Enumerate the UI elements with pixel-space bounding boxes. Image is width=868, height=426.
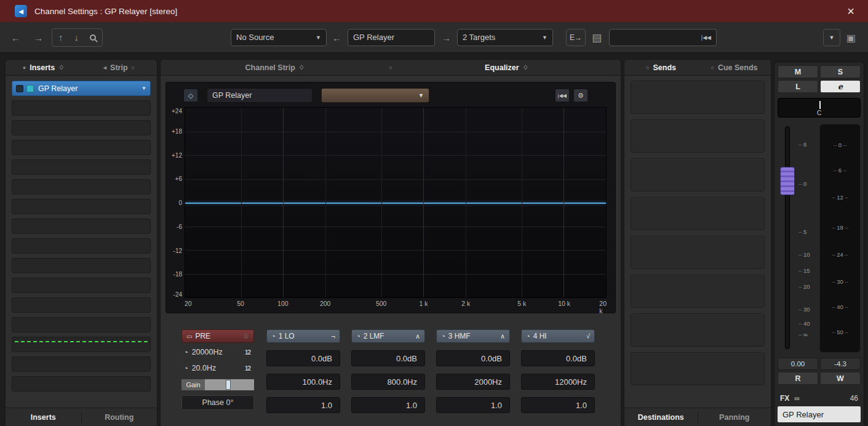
- eq-preset-combo[interactable]: ▼: [321, 88, 429, 103]
- band-power-icon[interactable]: ◔: [441, 332, 445, 340]
- bottom-tab-routing[interactable]: Routing: [82, 413, 157, 422]
- high-cut-power-icon[interactable]: ◔: [184, 348, 188, 356]
- high-cut-row[interactable]: ◔ 20000Hz 12: [181, 345, 254, 359]
- low-cut-frequency[interactable]: 20.0Hz: [192, 364, 217, 372]
- fader-level-value[interactable]: 0.00: [778, 358, 818, 370]
- phase-button[interactable]: Phase 0°: [181, 395, 254, 410]
- eq-curve-display[interactable]: [185, 107, 607, 298]
- insert-slot[interactable]: [12, 278, 151, 293]
- insert-slot[interactable]: [12, 140, 151, 155]
- tab-inserts[interactable]: Inserts: [30, 63, 55, 72]
- send-slot[interactable]: [631, 158, 765, 191]
- filter-type-icon[interactable]: ∧: [500, 332, 505, 340]
- insert-slot[interactable]: [12, 317, 151, 332]
- insert-slot[interactable]: [12, 337, 151, 352]
- send-slot[interactable]: [631, 275, 765, 308]
- insert-slot[interactable]: GP Relayer▼: [12, 81, 151, 96]
- link-icon[interactable]: ∞: [794, 394, 800, 403]
- insert-slot[interactable]: [12, 179, 151, 195]
- insert-slot[interactable]: [12, 238, 151, 254]
- tab-cue-sends[interactable]: Cue Sends: [718, 63, 758, 72]
- band-frequency-field[interactable]: 12000Hz: [521, 374, 595, 390]
- solo-button[interactable]: S: [820, 65, 861, 78]
- write-automation-button[interactable]: W: [820, 372, 861, 385]
- insert-bypass-icon[interactable]: [16, 85, 23, 92]
- band-gain-field[interactable]: 0.0dB: [521, 350, 595, 366]
- insert-slot[interactable]: [12, 159, 151, 175]
- preset-browser-field[interactable]: |◀◀: [609, 29, 717, 46]
- output-targets-select[interactable]: 2 Targets ▼: [457, 29, 553, 46]
- pre-section-header[interactable]: ▭ PRE ♢: [181, 329, 254, 343]
- bottom-tab-panning[interactable]: Panning: [698, 413, 771, 422]
- insert-slot[interactable]: [12, 120, 151, 135]
- pre-gain-slider[interactable]: [205, 379, 254, 390]
- filter-type-icon[interactable]: ¬: [332, 332, 335, 340]
- eq-band-4-header[interactable]: ◔ 4 HI √: [521, 329, 595, 343]
- band-frequency-field[interactable]: 2000Hz: [436, 374, 510, 390]
- bottom-tab-destinations[interactable]: Destinations: [624, 413, 698, 422]
- setup-window-icon[interactable]: ▣: [846, 31, 856, 43]
- eq-band-1-header[interactable]: ◔ 1 LO ¬: [266, 329, 340, 343]
- channel-select-icon[interactable]: ▤: [592, 31, 602, 44]
- eq-zero-db-curve[interactable]: [185, 203, 606, 204]
- preset-diamond-icon[interactable]: ♢: [299, 64, 305, 71]
- high-cut-frequency[interactable]: 20000Hz: [192, 348, 223, 356]
- band-frequency-field[interactable]: 100.0Hz: [266, 374, 340, 390]
- channel-down-button[interactable]: ↓: [71, 32, 83, 42]
- low-cut-row[interactable]: ◔ 20.0Hz 12: [181, 361, 254, 375]
- insert-slot[interactable]: [12, 356, 151, 372]
- mute-button[interactable]: M: [778, 65, 818, 78]
- nav-back-button[interactable]: ←: [7, 32, 24, 42]
- pre-gain-handle[interactable]: [226, 380, 231, 390]
- compare-settings-icon[interactable]: ◇: [183, 89, 198, 102]
- filter-type-icon[interactable]: ∧: [415, 332, 420, 340]
- peak-level-value[interactable]: -4.3: [820, 358, 861, 370]
- send-slot[interactable]: [631, 352, 765, 385]
- send-slot[interactable]: [631, 236, 765, 269]
- band-power-icon[interactable]: ◔: [271, 332, 276, 340]
- channel-name-field[interactable]: GP Relayer: [778, 406, 861, 422]
- eq-band-2-header[interactable]: ◔ 2 LMF ∧: [351, 329, 425, 343]
- gear-icon[interactable]: ⚙: [573, 89, 588, 102]
- low-cut-power-icon[interactable]: ◔: [184, 364, 188, 372]
- pre-preset-icon[interactable]: ♢: [243, 332, 249, 340]
- channel-up-button[interactable]: ↑: [55, 32, 67, 42]
- pre-bypass-icon[interactable]: ▭: [186, 333, 192, 340]
- channel-name-input[interactable]: GP Relayer: [348, 29, 435, 46]
- insert-slot[interactable]: [12, 199, 151, 214]
- pan-control[interactable]: C: [778, 98, 861, 118]
- band-gain-field[interactable]: 0.0dB: [266, 350, 340, 366]
- send-slot[interactable]: [631, 119, 765, 153]
- preset-diamond-icon[interactable]: ♢: [523, 64, 528, 71]
- band-power-icon[interactable]: ◔: [526, 332, 530, 340]
- bottom-tab-inserts[interactable]: Inserts: [6, 413, 81, 422]
- insert-slot[interactable]: [12, 258, 151, 273]
- insert-slot[interactable]: [12, 100, 151, 116]
- band-q-field[interactable]: 1.0: [351, 397, 425, 413]
- band-gain-field[interactable]: 0.0dB: [436, 350, 510, 366]
- send-slot[interactable]: [631, 197, 765, 230]
- nav-forward-button[interactable]: →: [30, 32, 47, 42]
- input-source-select[interactable]: No Source ▼: [231, 29, 327, 46]
- listen-button[interactable]: L: [778, 80, 818, 93]
- filter-type-icon[interactable]: √: [586, 332, 590, 340]
- high-cut-slope[interactable]: 12: [245, 349, 250, 356]
- tab-equalizer[interactable]: Equalizer: [485, 63, 519, 72]
- copy-settings-button[interactable]: E→: [566, 29, 586, 46]
- fader-handle[interactable]: [780, 167, 795, 195]
- eq-band-3-header[interactable]: ◔ 3 HMF ∧: [436, 329, 510, 343]
- band-gain-field[interactable]: 0.0dB: [351, 350, 425, 366]
- band-q-field[interactable]: 1.0: [266, 397, 340, 413]
- go-to-target-button[interactable]: →: [442, 32, 451, 42]
- insert-edit-icon[interactable]: [26, 85, 34, 92]
- go-to-start-icon[interactable]: |◀◀: [701, 34, 711, 41]
- functions-menu-button[interactable]: ▼: [823, 29, 840, 46]
- eq-preset-name-field[interactable]: GP Relayer: [207, 88, 313, 103]
- tab-sends[interactable]: Sends: [653, 63, 676, 72]
- insert-slot[interactable]: [12, 376, 151, 392]
- send-slot[interactable]: [631, 313, 765, 347]
- send-slot[interactable]: [631, 81, 765, 114]
- search-icon[interactable]: [90, 34, 96, 41]
- tab-strip[interactable]: Strip: [110, 63, 127, 72]
- band-q-field[interactable]: 1.0: [436, 397, 510, 413]
